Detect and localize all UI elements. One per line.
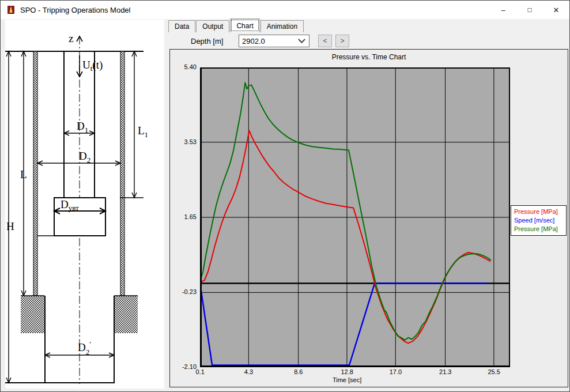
y-tick-label: 5.40 bbox=[170, 63, 197, 70]
x-tick-label: 21.3 bbox=[439, 368, 451, 375]
casing-wall-left bbox=[33, 51, 37, 296]
legend-item: Pressure [MPa] bbox=[514, 208, 563, 216]
dim-label-l: L bbox=[20, 168, 27, 180]
minimize-button[interactable]: – bbox=[490, 1, 516, 19]
next-depth-button[interactable]: > bbox=[335, 35, 349, 47]
plot-area-svg bbox=[200, 67, 510, 367]
tab-chart[interactable]: Chart bbox=[230, 18, 259, 32]
dim-label-d1: D1 bbox=[77, 120, 88, 134]
dim-label-d2: D2 bbox=[79, 150, 90, 164]
tab-strip: Data Output Chart Animation bbox=[168, 20, 304, 32]
maximize-button[interactable]: □ bbox=[516, 1, 543, 19]
depth-row: Depth [m] 2902.0 < > bbox=[164, 34, 570, 49]
dim-label-l1: L1 bbox=[138, 125, 148, 139]
y-tick-label: 1.65 bbox=[170, 213, 197, 220]
app-window: SPO - Tripping Operations Model – □ ✕ bbox=[0, 0, 570, 392]
depth-combobox[interactable]: 2902.0 bbox=[239, 35, 309, 47]
x-tick-label: 0.1 bbox=[196, 368, 205, 375]
chevron-down-icon bbox=[298, 36, 305, 43]
close-button[interactable]: ✕ bbox=[543, 1, 569, 19]
y-tick-label: -2.10 bbox=[170, 363, 197, 370]
z-axis-label: z bbox=[69, 32, 73, 44]
x-tick-label: 17.0 bbox=[390, 368, 402, 375]
tab-output[interactable]: Output bbox=[196, 20, 229, 32]
legend-item: Pressure [MPa] bbox=[514, 225, 563, 233]
x-axis-title: Time [sec] bbox=[333, 376, 361, 383]
x-tick-label: 25.5 bbox=[488, 368, 500, 375]
pipe-velocity-label: Ut(t) bbox=[82, 59, 103, 73]
dim-label-h: H bbox=[6, 220, 14, 232]
chart-panel: Pressure vs. Time Chart 5.403.531.65-0.2… bbox=[169, 49, 568, 387]
y-tick-label: -0.23 bbox=[170, 288, 197, 295]
casing-wall-right bbox=[120, 51, 124, 296]
x-tick-label: 8.6 bbox=[294, 368, 303, 375]
x-tick-label: 12.8 bbox=[341, 368, 353, 375]
depth-value: 2902.0 bbox=[242, 37, 299, 46]
tab-data[interactable]: Data bbox=[168, 20, 195, 32]
well-schematic: z Ut(t) H L L1 D1 bbox=[5, 24, 164, 388]
tab-control: Data Output Chart Animation Depth [m] 29… bbox=[164, 20, 570, 392]
depth-label: Depth [m] bbox=[191, 37, 223, 46]
y-tick-label: 3.53 bbox=[170, 138, 197, 145]
legend-item: Speed [m/sec] bbox=[514, 216, 563, 225]
tab-animation[interactable]: Animation bbox=[261, 20, 304, 32]
casing-shoe-right bbox=[114, 296, 138, 333]
window-title: SPO - Tripping Operations Model bbox=[20, 6, 130, 14]
prev-depth-button[interactable]: < bbox=[318, 35, 332, 47]
legend: Pressure [MPa]Speed [m/sec]Pressure [MPa… bbox=[511, 205, 567, 236]
chart-title: Pressure vs. Time Chart bbox=[170, 53, 568, 61]
plot-area bbox=[200, 67, 510, 367]
diagram-panel: z Ut(t) H L L1 D1 bbox=[5, 20, 164, 389]
caption-buttons: – □ ✕ bbox=[490, 1, 569, 19]
x-tick-label: 4.3 bbox=[244, 368, 253, 375]
titlebar: SPO - Tripping Operations Model – □ ✕ bbox=[1, 1, 569, 19]
app-icon bbox=[6, 5, 16, 14]
casing-shoe-left bbox=[21, 296, 44, 333]
